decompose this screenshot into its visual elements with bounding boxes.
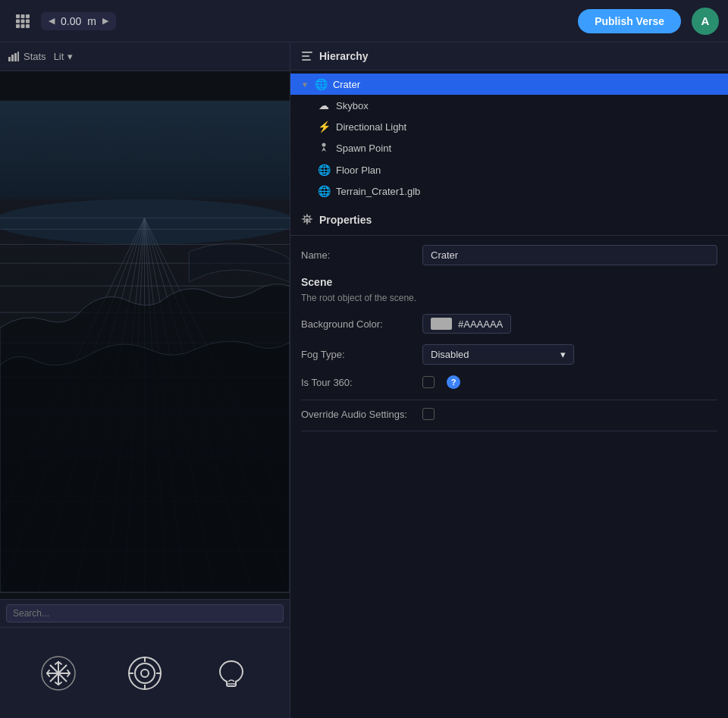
target-icon-btn[interactable] (127, 656, 162, 691)
svg-rect-1 (21, 14, 25, 18)
bulb-icon-btn[interactable] (214, 656, 249, 691)
svg-rect-7 (21, 24, 25, 28)
color-hex-label: #AAAAAA (458, 318, 503, 330)
properties-title: Properties (319, 214, 372, 226)
svg-point-47 (135, 663, 155, 683)
main-layout: Stats Lit ▾ (0, 42, 728, 718)
svg-rect-0 (16, 14, 20, 18)
lit-dropdown-arrow: ▾ (67, 51, 73, 62)
svg-rect-8 (26, 24, 30, 28)
svg-rect-6 (16, 24, 20, 28)
terrain-icon: 🌐 (318, 185, 330, 197)
is-tour-label: Is Tour 360: (301, 377, 422, 388)
skybox-icon: ☁ (318, 99, 330, 111)
override-audio-checkbox[interactable] (422, 408, 435, 420)
svg-rect-10 (11, 55, 14, 61)
hierarchy-item-spawn-point[interactable]: Spawn Point (290, 137, 728, 159)
fog-dropdown-arrow: ▾ (560, 349, 566, 360)
fog-type-label: Fog Type: (301, 349, 422, 360)
svg-rect-55 (302, 55, 309, 57)
is-tour-value: ? (422, 375, 717, 389)
floor-plan-label: Floor Plan (336, 165, 381, 176)
unit-right-arrow[interactable]: ▶ (102, 16, 108, 26)
unit-left-arrow[interactable]: ◀ (49, 16, 55, 26)
svg-rect-3 (16, 19, 20, 23)
fog-type-prop-row: Fog Type: Disabled ▾ (301, 344, 717, 365)
divider (301, 400, 717, 400)
search-container (0, 599, 290, 627)
skybox-label: Skybox (336, 100, 369, 111)
viewport-toolbar: Stats Lit ▾ (0, 42, 290, 71)
lit-label: Lit (54, 51, 64, 62)
hierarchy-title: Hierarchy (319, 50, 369, 62)
crater-label: Crater (333, 79, 360, 90)
svg-rect-5 (26, 19, 30, 23)
unit-control: ◀ 0.00 m ▶ (41, 12, 116, 30)
stats-label: Stats (24, 51, 46, 62)
properties-header: Properties (290, 205, 728, 236)
terrain-label: Terrain_Crater1.glb (336, 186, 420, 197)
hierarchy-item-crater[interactable]: ▼ 🌐 Crater (290, 74, 728, 95)
search-input[interactable] (6, 604, 284, 622)
directional-light-label: Directional Light (336, 121, 406, 133)
properties-section: Properties Name: Scene The root object o… (290, 205, 728, 718)
hierarchy-section: Hierarchy ▼ 🌐 Crater ☁ Skybox ⚡ Directio… (290, 42, 728, 205)
override-audio-label: Override Audio Settings: (301, 409, 422, 420)
name-input[interactable] (422, 245, 717, 265)
grid-icon-button[interactable] (9, 8, 36, 35)
color-swatch (431, 318, 452, 330)
unit-value: 0.00 (61, 15, 81, 27)
spawn-point-label: Spawn Point (336, 143, 391, 154)
svg-point-46 (129, 657, 161, 689)
svg-point-48 (141, 669, 149, 677)
crater-icon: 🌐 (315, 78, 327, 90)
bg-color-label: Background Color: (301, 318, 422, 330)
divider-2 (301, 431, 717, 431)
directional-light-icon: ⚡ (318, 121, 330, 133)
properties-body: Name: Scene The root object of the scene… (290, 236, 728, 448)
override-audio-prop-row: Override Audio Settings: (301, 408, 717, 420)
floor-plan-icon: 🌐 (318, 164, 330, 176)
name-prop-row: Name: (301, 245, 717, 265)
name-label: Name: (301, 249, 422, 261)
scene-description: The root object of the scene. (301, 293, 717, 303)
svg-rect-9 (8, 57, 11, 61)
snowflake-icon-btn[interactable] (41, 656, 76, 691)
avatar[interactable]: A (692, 8, 719, 35)
is-tour-inline: ? (422, 375, 717, 389)
fog-type-value: Disabled ▾ (422, 344, 717, 365)
top-header: ◀ 0.00 m ▶ Publish Verse A (0, 0, 728, 42)
scene-section-title: Scene (301, 276, 717, 288)
hierarchy-item-skybox[interactable]: ☁ Skybox (290, 95, 728, 116)
right-panel: Hierarchy ▼ 🌐 Crater ☁ Skybox ⚡ Directio… (290, 42, 728, 718)
svg-rect-12 (17, 52, 19, 61)
spawn-point-icon (318, 142, 330, 155)
bg-color-value: #AAAAAA (422, 314, 717, 334)
hierarchy-header: Hierarchy (290, 42, 728, 71)
is-tour-prop-row: Is Tour 360: ? (301, 375, 717, 389)
unit-label: m (87, 15, 96, 27)
left-panel: Stats Lit ▾ (0, 42, 290, 718)
bottom-icons-bar (0, 627, 290, 718)
is-tour-help-icon[interactable]: ? (447, 375, 460, 389)
fog-type-selected: Disabled (431, 349, 469, 360)
publish-verse-button[interactable]: Publish Verse (578, 9, 681, 33)
hierarchy-list: ▼ 🌐 Crater ☁ Skybox ⚡ Directional Light (290, 71, 728, 205)
stats-button[interactable]: Stats (8, 51, 46, 63)
svg-rect-4 (21, 19, 25, 23)
hierarchy-item-terrain[interactable]: 🌐 Terrain_Crater1.glb (290, 180, 728, 202)
hierarchy-item-floor-plan[interactable]: 🌐 Floor Plan (290, 159, 728, 180)
fog-type-dropdown[interactable]: Disabled ▾ (422, 344, 574, 365)
bg-color-prop-row: Background Color: #AAAAAA (301, 314, 717, 334)
bg-color-button[interactable]: #AAAAAA (422, 314, 511, 334)
viewport (0, 71, 290, 599)
svg-point-57 (322, 143, 326, 147)
svg-rect-56 (302, 59, 311, 61)
is-tour-checkbox[interactable] (422, 376, 435, 388)
expand-arrow-crater: ▼ (301, 80, 309, 89)
svg-rect-11 (14, 53, 17, 61)
override-audio-value (422, 408, 717, 420)
lit-dropdown[interactable]: Lit ▾ (54, 51, 74, 62)
hierarchy-item-directional-light[interactable]: ⚡ Directional Light (290, 116, 728, 137)
svg-point-58 (306, 218, 309, 221)
